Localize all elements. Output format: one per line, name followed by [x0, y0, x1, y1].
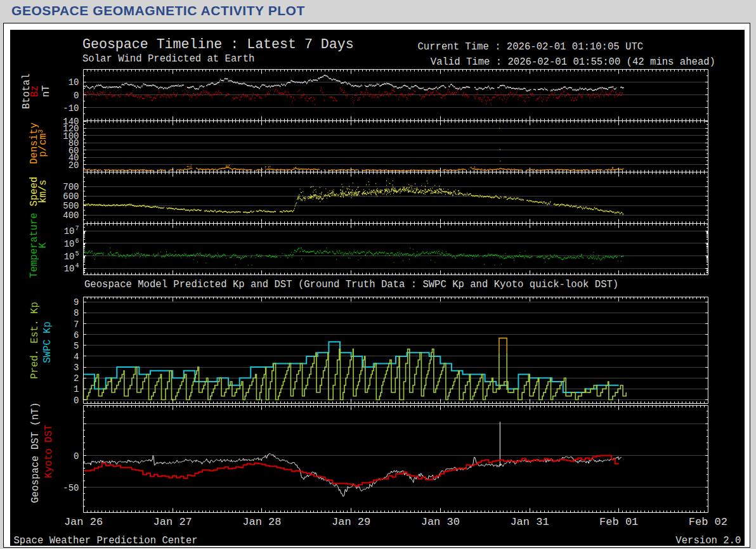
svg-text:0: 0 — [74, 451, 79, 462]
svg-text:Jan 30: Jan 30 — [421, 516, 460, 528]
svg-text:Valid Time : 2026-02-01 01:55:: Valid Time : 2026-02-01 01:55:00 (42 min… — [431, 56, 715, 68]
svg-text:9: 9 — [74, 297, 79, 307]
svg-text:Feb 01: Feb 01 — [599, 516, 638, 528]
svg-text:km/s: km/s — [37, 179, 49, 203]
svg-text:-10: -10 — [63, 103, 79, 113]
svg-text:Jan 31: Jan 31 — [510, 516, 549, 528]
svg-text:6: 6 — [75, 238, 79, 245]
svg-text:SWPC Kp: SWPC Kp — [42, 321, 53, 363]
svg-text:6: 6 — [74, 330, 79, 340]
svg-text:400: 400 — [63, 210, 79, 221]
svg-text:10: 10 — [64, 252, 75, 262]
svg-text:500: 500 — [63, 201, 79, 211]
svg-text:140: 140 — [63, 117, 79, 127]
svg-text:7: 7 — [74, 320, 79, 330]
svg-text:Geospace Model Predicted Kp an: Geospace Model Predicted Kp and DST (Gro… — [84, 279, 618, 290]
svg-text:nT: nT — [41, 86, 52, 98]
svg-text:10: 10 — [64, 239, 75, 249]
svg-text:600: 600 — [63, 191, 79, 202]
svg-text:3: 3 — [74, 363, 79, 373]
svg-text:Kyoto DST: Kyoto DST — [43, 425, 55, 478]
svg-text:10: 10 — [68, 77, 79, 87]
svg-text:Jan 26: Jan 26 — [64, 516, 103, 528]
svg-text:Geospace Timeline : Latest 7 D: Geospace Timeline : Latest 7 Days — [82, 37, 354, 52]
svg-text:K: K — [37, 242, 49, 249]
svg-text:p/cm3: p/cm3 — [37, 129, 49, 157]
svg-text:Version 2.0: Version 2.0 — [675, 535, 741, 546]
svg-text:Space Weather Prediction Cente: Space Weather Prediction Center — [14, 535, 198, 546]
svg-text:Jan 29: Jan 29 — [332, 516, 370, 528]
svg-text:-50: -50 — [63, 483, 79, 493]
svg-text:5: 5 — [75, 250, 79, 257]
svg-text:Feb 02: Feb 02 — [689, 516, 727, 528]
svg-text:4: 4 — [74, 352, 79, 362]
svg-text:Solar Wind Predicted at Earth: Solar Wind Predicted at Earth — [82, 53, 254, 65]
svg-text:8: 8 — [74, 308, 79, 318]
svg-text:Current Time : 2026-02-01 01:1: Current Time : 2026-02-01 01:10:05 UTC — [418, 41, 644, 53]
svg-text:2: 2 — [74, 373, 79, 384]
svg-text:5: 5 — [74, 341, 79, 351]
svg-text:Jan 27: Jan 27 — [153, 516, 192, 528]
svg-text:1: 1 — [74, 384, 79, 394]
svg-text:10: 10 — [64, 226, 75, 236]
svg-text:700: 700 — [63, 182, 79, 192]
svg-text:10: 10 — [64, 264, 75, 274]
svg-text:0: 0 — [74, 396, 79, 406]
svg-text:Bz: Bz — [29, 86, 41, 98]
svg-text:Pred. Est. Kp: Pred. Est. Kp — [29, 302, 41, 379]
svg-text:7: 7 — [75, 225, 79, 232]
svg-text:Jan 28: Jan 28 — [242, 516, 281, 528]
svg-text:Geospace DST (nT): Geospace DST (nT) — [30, 402, 41, 503]
svg-text:0: 0 — [74, 91, 79, 101]
svg-text:4: 4 — [75, 262, 79, 269]
